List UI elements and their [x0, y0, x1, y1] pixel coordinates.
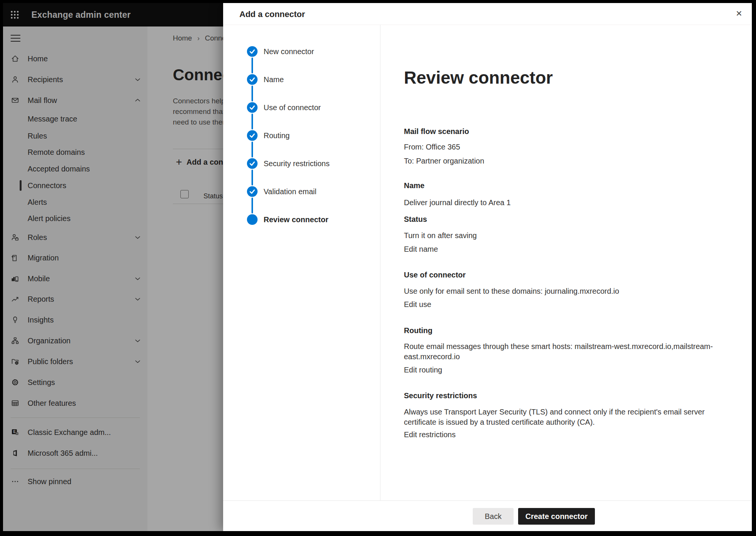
panel-body: New connector Name Use of connector — [223, 25, 752, 501]
review-value: Deliver journal directly to Area 1 — [404, 198, 511, 208]
edit-name-link[interactable]: Edit name — [404, 244, 438, 254]
step-connector-line — [251, 198, 253, 213]
step-use-of-connector[interactable]: Use of connector — [247, 102, 321, 113]
create-connector-button[interactable]: Create connector — [518, 508, 595, 525]
review-value: From: Office 365 — [404, 142, 460, 152]
edit-routing-link[interactable]: Edit routing — [404, 365, 442, 375]
step-complete-icon — [247, 158, 258, 169]
step-complete-icon — [247, 74, 258, 85]
section-heading: Status — [404, 214, 427, 224]
step-name[interactable]: Name — [247, 74, 284, 85]
panel-header: Add a connector ✕ — [223, 3, 752, 25]
review-value: Turn it on after saving — [404, 231, 477, 241]
step-review-connector[interactable]: Review connector — [247, 214, 328, 225]
step-complete-icon — [247, 46, 258, 57]
review-value: Use only for email sent to these domains… — [404, 286, 619, 296]
panel-title: Add a connector — [239, 9, 305, 19]
edit-use-link[interactable]: Edit use — [404, 299, 431, 310]
review-value: Route email messages through these smart… — [404, 341, 713, 352]
section-heading: Routing — [404, 326, 433, 336]
review-value: certificate is issued by a trusted certi… — [404, 417, 595, 427]
section-heading: Name — [404, 181, 424, 191]
step-complete-icon — [247, 130, 258, 141]
step-connector-line — [251, 86, 253, 101]
step-current-icon — [247, 214, 258, 225]
back-button[interactable]: Back — [473, 508, 514, 525]
add-connector-panel: Add a connector ✕ New connector Name — [223, 3, 752, 531]
section-heading: Mail flow scenario — [404, 126, 469, 137]
step-security-restrictions[interactable]: Security restrictions — [247, 158, 330, 169]
step-new-connector[interactable]: New connector — [247, 46, 314, 57]
screen: Exchange admin center Home Recipients Ma… — [3, 3, 752, 531]
step-complete-icon — [247, 186, 258, 197]
step-connector-line — [251, 170, 253, 185]
step-connector-line — [251, 142, 253, 157]
review-value: To: Partner organization — [404, 156, 484, 166]
step-connector-line — [251, 114, 253, 129]
step-routing[interactable]: Routing — [247, 130, 290, 141]
close-icon[interactable]: ✕ — [734, 8, 744, 19]
wizard-steps: New connector Name Use of connector — [223, 25, 380, 501]
edit-restrictions-link[interactable]: Edit restrictions — [404, 430, 456, 440]
review-value: east.mxrecord.io — [404, 352, 460, 362]
review-content: Review connector Mail flow scenario From… — [404, 25, 729, 501]
review-title: Review connector — [404, 66, 553, 89]
review-value: Always use Transport Layer Security (TLS… — [404, 407, 705, 417]
section-heading: Security restrictions — [404, 391, 477, 401]
section-heading: Use of connector — [404, 270, 466, 280]
panel-footer: Back Create connector — [223, 500, 752, 531]
step-complete-icon — [247, 102, 258, 113]
step-connector-line — [251, 58, 253, 73]
step-validation-email[interactable]: Validation email — [247, 186, 317, 197]
